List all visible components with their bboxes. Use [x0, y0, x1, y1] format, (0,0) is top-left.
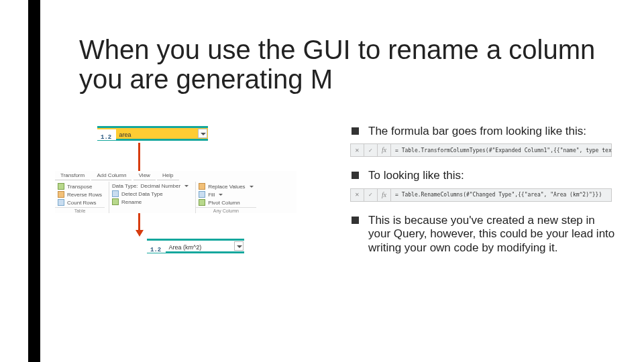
formula-commit-icon: ✓	[364, 189, 378, 201]
slide-title: When you use the GUI to rename a column …	[79, 35, 602, 94]
bullet-text: This is because you've created a new ste…	[368, 214, 620, 255]
fx-icon: fx	[378, 189, 391, 201]
datatype-icon: 1.2	[147, 246, 163, 253]
ribbon-group-label: Any Column	[196, 207, 256, 213]
fx-icon: fx	[378, 144, 391, 156]
column-name-after: Area (km^2)	[168, 244, 201, 251]
ribbon-tabs: Transform Add Column View Help	[55, 171, 297, 182]
column-name-before: area	[119, 131, 131, 138]
ribbon-tab: Transform	[55, 171, 90, 180]
bullet-item: This is because you've created a new ste…	[352, 214, 620, 255]
dropdown-icon	[250, 186, 254, 188]
column-header-after-wrap: 1.2 Area (km^2)	[110, 239, 244, 253]
bullet-square-icon	[352, 172, 359, 179]
ribbon-tab: View	[133, 171, 156, 180]
bullet-text: The formula bar goes from looking like t…	[368, 125, 620, 138]
slide-accent-bar	[28, 0, 40, 362]
formula-bar-before: ✕ ✓ fx = Table.TransformColumnTypes(#"Ex…	[350, 143, 612, 157]
formula-cancel-icon: ✕	[351, 189, 364, 201]
dropdown-icon	[219, 194, 223, 196]
ribbon-btn-transpose: Transpose	[67, 184, 93, 190]
formula-text-after: = Table.RenameColumns(#"Changed Type",{{…	[391, 192, 602, 198]
ribbon-datatype-label: Data Type:	[112, 183, 138, 189]
ribbon-btn-reverse-rows: Reverse Rows	[67, 192, 102, 198]
formula-commit-icon: ✓	[364, 144, 378, 156]
bullet-square-icon	[352, 127, 359, 135]
formula-text-before: = Table.TransformColumnTypes(#"Expanded …	[391, 147, 611, 154]
column-dropdown-icon	[198, 129, 207, 138]
right-text-column: The formula bar goes from looking like t…	[352, 125, 620, 260]
ribbon-tab: Help	[157, 171, 178, 180]
bullet-square-icon	[352, 217, 359, 224]
ribbon-btn-pivot: Pivot Column	[208, 200, 240, 206]
bullet-text: To looking like this:	[368, 169, 620, 182]
formula-bar-after: ✕ ✓ fx = Table.RenameColumns(#"Changed T…	[350, 188, 612, 202]
ribbon-btn-rename: Rename	[121, 199, 142, 205]
column-header-before: 1.2 area	[97, 126, 208, 141]
left-illustration: 1.2 area	[60, 126, 315, 141]
dropdown-icon	[184, 185, 189, 187]
ribbon-btn-detect: Detect Data Type	[121, 191, 163, 197]
ribbon-group-label: Table	[55, 207, 105, 213]
column-dropdown-icon	[234, 241, 244, 251]
datatype-icon: 1.2	[97, 133, 113, 141]
ribbon-btn-count-rows: Count Rows	[67, 200, 97, 206]
ribbon-tab: Add Column	[91, 171, 131, 180]
formula-cancel-icon: ✕	[351, 144, 364, 156]
ribbon-datatype-value: Decimal Number	[141, 183, 181, 189]
bullet-item: To looking like this:	[352, 169, 620, 182]
bullet-item: The formula bar goes from looking like t…	[352, 125, 620, 138]
ribbon-btn-fill: Fill	[208, 192, 215, 198]
ribbon-btn-replace: Replace Values	[208, 184, 245, 190]
ribbon-screenshot: Transform Add Column View Help Transpose…	[55, 171, 297, 213]
column-header-after: 1.2 Area (km^2)	[147, 239, 244, 253]
